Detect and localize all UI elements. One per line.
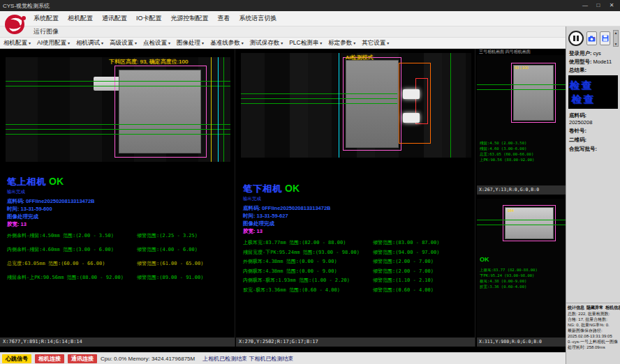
barcode-value: 20250208 — [569, 119, 592, 126]
menu-item-io-config[interactable]: IO卡配置 — [136, 14, 162, 23]
toolbar-advanced-settings[interactable]: 高级设置▾ — [110, 39, 137, 47]
app-window: CYS-视觉检测系统 — □ ✕ 系统配置 相机配置 通讯配置 IO卡配置 光源… — [0, 0, 620, 364]
stats-tab-hidden[interactable]: 隐藏异常 — [586, 305, 603, 310]
menu-item-comm-config[interactable]: 通讯配置 — [102, 14, 127, 23]
result-title: 笔上相机 OK — [7, 176, 203, 188]
save-image-button[interactable] — [600, 31, 610, 45]
toolbar-image-processing[interactable]: 图像处理▾ — [177, 39, 204, 47]
roi-rectangle — [511, 63, 556, 123]
toolbar-calibration[interactable]: 标定参数▾ — [328, 39, 355, 47]
preview-pixel-coordinates: X:267,Y:13;R:0,G:0,B:0 — [477, 185, 566, 195]
green-guide-line — [223, 57, 224, 162]
maximize-button[interactable]: □ — [593, 1, 604, 10]
preview-measure-line: 殘留:4.60 (3.00-6.00) — [480, 146, 534, 151]
menu-bar: 系统配置 相机配置 通讯配置 IO卡配置 光源控制配置 查看 系统语言切换 — [0, 11, 620, 26]
green-guide-line — [477, 225, 566, 225]
menu-item-view[interactable]: 查看 — [218, 14, 230, 23]
measurement-row: 上极耳宽:83.77mm 范围:(82.00 - 88.00) 倾警范围:(83… — [243, 239, 439, 246]
menu-item-language-switch[interactable]: 系统语言切换 — [239, 14, 277, 23]
lower-result-block: 笔下相机 OK 输出完成 底料码: 0FFline202502081331347… — [243, 183, 439, 296]
scroll-down-icon[interactable]: ▼ — [614, 42, 618, 46]
stats-line: 最新图像保存路径: — [568, 328, 619, 333]
toolbar-spot-check[interactable]: 点检设置▾ — [143, 39, 170, 47]
chevron-down-icon: ▾ — [168, 40, 170, 45]
menu-item-camera-config[interactable]: 相机配置 — [68, 14, 93, 23]
total-result-label: 总结果: — [569, 67, 586, 73]
barcode-line: 底料码: 0FFline2025020813313472B — [243, 204, 439, 212]
logo-icon — [2, 13, 30, 36]
measurement-text: 内侧极耳:4.38mm 范围:(0.00 - 9.00) — [243, 268, 373, 275]
result-text-line: 检查 — [572, 92, 617, 106]
login-user-row: 登录用户: cys — [566, 49, 620, 57]
stats-tab-camera[interactable]: 相机信息 — [605, 305, 620, 310]
preview-header: 三号相机画面 四号相机画面 — [479, 49, 531, 55]
total-result-display: 检查 检查 — [568, 75, 618, 109]
toolbar-other-settings[interactable]: 其它设置▾ — [362, 39, 389, 47]
green-guide-line — [241, 98, 397, 99]
toolbar-test-save[interactable]: 测试保存数▾ — [250, 39, 283, 47]
preview-camera-3[interactable]: 93 | 100 殘留:4.50 (2.00-3.50) 殘留:4.60 (3.… — [477, 55, 566, 195]
camera-detect-status-text: 上相机已检测结束 下相机已检测结束 — [202, 355, 293, 363]
process-done-line: 图像处理完成 — [243, 220, 439, 227]
camera-snapshot-button[interactable] — [586, 31, 597, 45]
result-status: OK — [49, 176, 64, 187]
toolbar-label: 测试保存数 — [250, 39, 280, 47]
stats-line: 处理耗时: 258.09ms — [568, 344, 619, 350]
toolbar-label: 图像处理 — [177, 39, 200, 47]
total-result-row: 总结果: — [566, 66, 620, 74]
measurement-warn-range: 倾警范围:(61.00 - 65.00) — [137, 260, 203, 267]
result-subtext: 输出完成 — [243, 196, 439, 202]
chevron-down-icon: ▾ — [387, 40, 389, 45]
camera-name-label: 笔上相机 — [7, 176, 46, 188]
roi-rectangle — [343, 57, 401, 151]
preview-measurements: 殘留:4.50 (2.00-3.50) 殘留:4.60 (3.00-6.00) … — [480, 140, 534, 162]
statistics-tabs: 统计信息 隐藏异常 相机信息 — [568, 305, 619, 310]
upper-camera-image[interactable]: 下料区高度: 93, 确定高度位:100 — [6, 57, 230, 162]
menu-item-light-config[interactable]: 光源控制配置 — [171, 14, 209, 23]
toolbar-ai-config[interactable]: AI使用配置▾ — [37, 39, 70, 47]
close-button[interactable]: ✕ — [606, 1, 617, 10]
model-value[interactable]: Mode11 — [593, 59, 612, 65]
stats-tab-summary[interactable]: 统计信息 — [568, 305, 584, 310]
window-controls: — □ ✕ — [580, 1, 617, 10]
toolbar-label: PLC检测串 — [289, 39, 318, 47]
preview-result-status: OK — [480, 256, 489, 263]
tab-run-image[interactable]: 运行图像 — [34, 27, 59, 36]
toolbar-plc[interactable]: PLC检测串▾ — [289, 39, 322, 47]
measurement-text: 外侧极耳:4.38mm 范围:(0.00 - 9.00) — [243, 258, 373, 265]
upper-result-block: 笔上相机 OK 输出完成 底料码: 0FFline202502081331347… — [7, 176, 203, 288]
statistics-panel: 统计信息 隐藏异常 相机信息 总数: 222, 批量检测数: 合格: 17, 批… — [566, 303, 620, 351]
measurement-warn-range: 倾警范围:(83.00 - 87.00) — [373, 239, 439, 246]
menu-item-system-config[interactable]: 系统配置 — [34, 14, 59, 23]
measurement-row: 殘留余料-上PK:90.56mm 范围:(88.00 - 92.00) 倾警范围… — [7, 274, 203, 281]
green-guide-line — [450, 53, 451, 158]
measurement-warn-range: 倾警范围:(94.00 - 97.00) — [373, 249, 439, 256]
toolbar-camera-debug[interactable]: 相机调试▾ — [76, 39, 103, 47]
camera-name-label: 笔下相机 — [243, 183, 282, 195]
green-guide-line — [477, 84, 566, 85]
scroll-up-icon[interactable]: ▲ — [614, 31, 618, 35]
green-guide-line — [6, 81, 230, 82]
measurement-list: 外侧余料-殘留:4.50mm 范围:(2.00 - 3.50) 倾警范围:(2.… — [7, 232, 203, 281]
preview-camera-4[interactable]: 984 OK 上极耳:83.77 (82.00-88.00) 下PK:95.24… — [477, 199, 566, 347]
minimize-button[interactable]: — — [580, 1, 591, 10]
toolbar: 相机配置▾ AI使用配置▾ 相机调试▾ 高级设置▾ 点检设置▾ 图像处理▾ 基准… — [0, 38, 566, 49]
toolbar-camera-config[interactable]: 相机配置▾ — [3, 39, 31, 47]
preview-measurements: 上极耳:83.77 (82.00-88.00) 下PK:95.24 (93.00… — [480, 267, 538, 289]
toolbar-baseline-params[interactable]: 基准线参数▾ — [210, 39, 244, 47]
panel-scrollbar[interactable]: ▲ ▼ — [613, 30, 619, 47]
green-guide-line — [477, 89, 566, 90]
lower-camera-image[interactable]: AI检测模式 — [241, 53, 471, 158]
measurement-warn-range: 倾警范围:(2.00 - 7.00) — [373, 258, 434, 265]
comm-connection-badge: 通讯连接 — [68, 354, 97, 363]
heartbeat-status-badge: 心跳信号 — [2, 354, 31, 363]
glue-width-line: 胶宽: 13 — [243, 227, 439, 236]
model-row: 使用型号: Mode11 — [566, 57, 620, 66]
pause-button[interactable] — [568, 31, 584, 46]
toolbar-label: 标定参数 — [328, 39, 352, 47]
result-status: OK — [285, 183, 300, 194]
title-bar: CYS-视觉检测系统 — □ ✕ — [0, 0, 620, 11]
lower-camera-panel: AI检测模式 笔下相机 OK 输出完成 底料码: 0FFline20250208… — [236, 49, 475, 347]
batch-field: 合批写批号: — [566, 144, 620, 153]
stats-line: 0.-cys-一号上料相机一图像 — [568, 339, 619, 344]
